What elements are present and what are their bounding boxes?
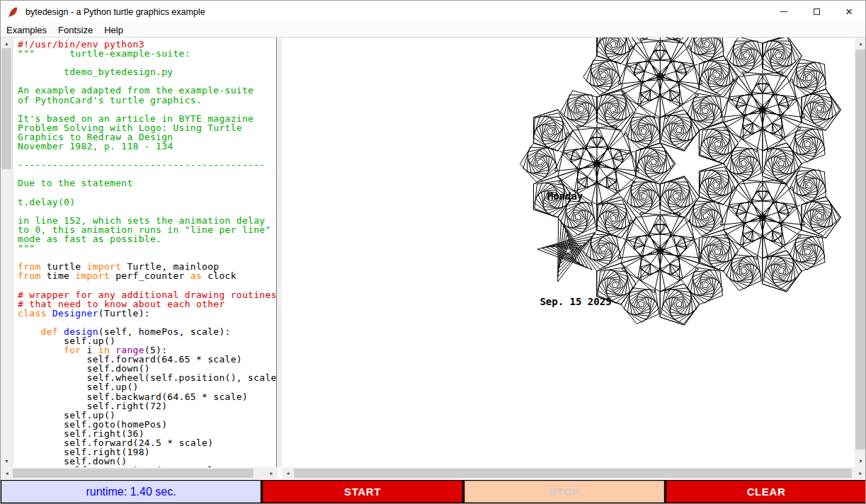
clear-button[interactable]: CLEAR — [666, 481, 866, 503]
turtle-graphics-pane: MondaySep. 15 2025 — [282, 38, 855, 467]
code-text: #!/usr/bin/env python3""" turtle-example… — [18, 40, 276, 467]
maximize-button[interactable] — [800, 1, 833, 23]
code-line: """ — [18, 244, 276, 253]
main-area: ▲ ▼ #!/usr/bin/env python3""" turtle-exa… — [1, 38, 865, 467]
code-line: Due to the statement — [18, 178, 276, 188]
code-line: from time import perf_counter as clock — [18, 271, 276, 280]
scroll-up-icon[interactable]: ▲ — [855, 38, 866, 50]
status-bar: runtime: 1.40 sec. START STOP CLEAR — [1, 480, 866, 504]
scroll-left-icon[interactable]: ◄ — [282, 467, 294, 479]
code-horizontal-scrollbar[interactable]: ◄ ► — [1, 467, 278, 479]
code-line: """ turtle-example-suite: — [18, 49, 276, 58]
close-icon: × — [845, 6, 853, 18]
code-vscroll-thumb[interactable] — [1, 48, 11, 169]
code-hscroll-thumb[interactable] — [13, 469, 253, 478]
scroll-right-icon[interactable]: ► — [855, 467, 866, 479]
stop-button[interactable]: STOP — [465, 481, 664, 503]
scroll-right-icon[interactable]: ► — [266, 467, 278, 479]
code-vertical-scrollbar[interactable]: ▲ ▼ — [1, 38, 13, 467]
close-button[interactable]: × — [833, 1, 865, 23]
tk-feather-icon — [7, 6, 18, 18]
menu-help[interactable]: Help — [98, 23, 129, 37]
code-line: mode as fast as possible. — [18, 234, 276, 244]
window-title: bytedesign - a Python turtle graphics ex… — [25, 7, 205, 17]
code-line: ----------------------------------------… — [18, 160, 276, 169]
canvas-horizontal-scrollbar[interactable]: ◄ ► — [282, 467, 866, 479]
code-line: tdemo_bytedesign.py — [18, 67, 276, 76]
menu-examples[interactable]: Examples — [1, 23, 52, 37]
canvas-vscroll-thumb[interactable] — [855, 50, 865, 449]
bytedesign-drawing — [282, 38, 855, 466]
canvas-vertical-scrollbar[interactable]: ▲ ▼ — [855, 38, 865, 467]
start-button[interactable]: START — [263, 481, 462, 503]
code-line: class Designer(Turtle): — [18, 309, 276, 318]
minimize-icon — [780, 11, 787, 12]
window-controls: × — [768, 1, 865, 23]
code-line: t.delay(0) — [18, 197, 276, 207]
minimize-button[interactable] — [768, 1, 800, 23]
turtledemo-window: bytedesign - a Python turtle graphics ex… — [0, 0, 866, 504]
maximize-icon — [814, 8, 820, 15]
code-editor[interactable]: #!/usr/bin/env python3""" turtle-example… — [13, 38, 277, 467]
code-line: November 1982, p. 118 - 134 — [18, 142, 276, 151]
canvas-hscroll-thumb[interactable] — [294, 469, 852, 478]
pane-separator — [277, 38, 282, 467]
scroll-down-icon[interactable]: ▼ — [855, 455, 866, 467]
title-bar[interactable]: bytedesign - a Python turtle graphics ex… — [1, 1, 865, 23]
menu-bar: Examples Fontsize Help — [1, 23, 865, 38]
code-line: of PythonCard's turtle graphics. — [18, 96, 276, 105]
runtime-label: runtime: 1.40 sec. — [1, 481, 261, 503]
scroll-left-icon[interactable]: ◄ — [1, 467, 13, 479]
scroll-down-icon[interactable]: ▼ — [1, 455, 13, 467]
menu-fontsize[interactable]: Fontsize — [52, 23, 98, 37]
